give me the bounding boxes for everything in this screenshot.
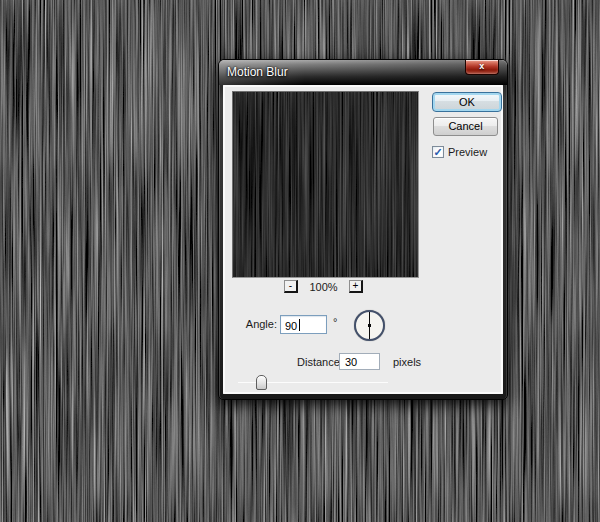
angle-label: Angle: [245,318,277,330]
ok-button[interactable]: OK [432,92,502,112]
angle-dial-center [368,324,371,327]
distance-input[interactable] [340,354,379,369]
angle-input[interactable] [281,316,326,333]
angle-unit: ° [333,316,337,328]
filter-preview[interactable] [232,91,419,278]
dialog-titlebar[interactable]: Motion Blur [219,60,507,85]
checkmark-icon: ✓ [433,146,442,158]
angle-field [280,315,327,334]
dialog-content: - 100% + Angle: ° Distance: pixels [223,85,503,394]
minus-icon: - [289,280,292,291]
preview-label[interactable]: Preview [448,146,487,158]
distance-label: Distance: [297,356,337,368]
distance-unit: pixels [393,356,421,368]
plus-icon: + [353,280,359,291]
zoom-in-button[interactable]: + [349,280,363,293]
close-icon: x [479,61,485,71]
zoom-level: 100% [307,281,340,293]
cancel-button[interactable]: Cancel [433,117,498,136]
close-button[interactable]: x [465,60,499,75]
zoom-out-button[interactable]: - [284,280,298,293]
dialog-title: Motion Blur [227,60,288,84]
distance-field [339,353,380,370]
preview-rain-texture [233,92,419,278]
distance-slider-thumb[interactable] [256,375,267,390]
preview-checkbox[interactable]: ✓ [432,146,444,158]
desktop-canvas: Motion Blur x - 100% + Angle: [0,0,600,522]
text-caret [299,319,300,331]
motion-blur-dialog: Motion Blur x - 100% + Angle: [218,59,508,400]
angle-dial[interactable] [354,310,385,341]
